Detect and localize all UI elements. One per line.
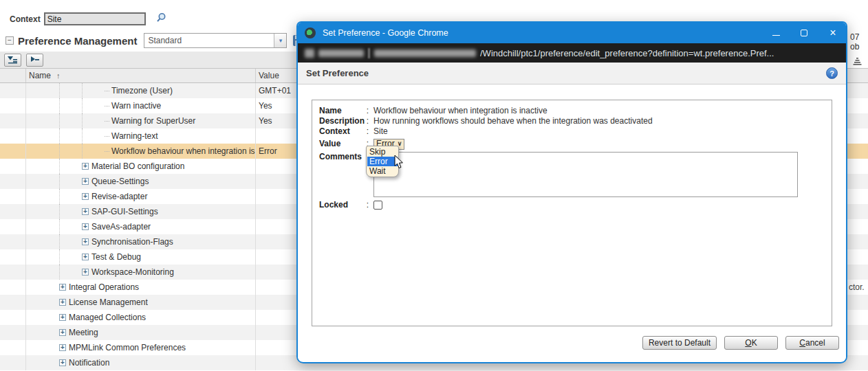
context-value: Site bbox=[373, 126, 388, 137]
expand-icon[interactable]: + bbox=[59, 299, 66, 306]
comments-label: Comments bbox=[319, 152, 362, 162]
windchill-favicon bbox=[305, 27, 316, 38]
row-label: MPMLink Common Preferences bbox=[69, 343, 186, 352]
tree-guide bbox=[59, 265, 82, 280]
row-label: Material BO configuration bbox=[91, 161, 184, 171]
row-selector-cell[interactable] bbox=[0, 234, 26, 249]
collapse-icon[interactable]: − bbox=[6, 36, 14, 45]
dropdown-option[interactable]: Error bbox=[367, 157, 398, 166]
expand-collapse-icon[interactable] bbox=[26, 54, 43, 67]
row-name-cell: Workflow behaviour when integration is i… bbox=[26, 144, 256, 159]
row-selector-cell[interactable] bbox=[0, 204, 26, 219]
header-name-column[interactable]: Name ↑ bbox=[26, 69, 256, 82]
description-value: How running workflows should behave when… bbox=[373, 116, 653, 126]
tree-guide bbox=[82, 98, 105, 113]
sort-stack-icon[interactable] bbox=[853, 57, 862, 67]
dropdown-option[interactable]: Wait bbox=[367, 166, 398, 176]
row-selector-cell[interactable] bbox=[0, 355, 26, 370]
comments-textarea[interactable] bbox=[373, 152, 798, 197]
url-divider bbox=[368, 48, 370, 58]
expand-icon[interactable]: + bbox=[82, 254, 89, 260]
minimize-button[interactable] bbox=[772, 30, 780, 36]
header-name-label: Name bbox=[29, 71, 51, 80]
tree-guide bbox=[59, 83, 82, 98]
tree-guide bbox=[59, 144, 82, 159]
view-select-value: Standard bbox=[144, 36, 182, 45]
row-selector-cell[interactable] bbox=[0, 310, 26, 325]
expand-icon[interactable]: + bbox=[82, 223, 89, 230]
row-name-cell: +Material BO configuration bbox=[26, 159, 256, 174]
site-info-icon[interactable] bbox=[305, 49, 314, 58]
truncated-cell-fragment: ctor. bbox=[849, 282, 865, 292]
preference-form: Name : Workflow behaviour when integrati… bbox=[312, 100, 832, 326]
ok-button[interactable]: OK bbox=[724, 336, 778, 350]
url-redacted-segment bbox=[374, 49, 476, 57]
locked-label: Locked bbox=[319, 200, 362, 210]
window-titlebar[interactable]: Set Preference - Google Chrome × bbox=[298, 23, 846, 43]
row-label: Warn inactive bbox=[105, 101, 161, 111]
mouse-cursor bbox=[394, 155, 404, 171]
row-name-cell: +License Management bbox=[26, 295, 256, 310]
row-selector-cell[interactable] bbox=[0, 189, 26, 204]
context-input[interactable] bbox=[44, 12, 146, 25]
row-label: Meeting bbox=[69, 328, 98, 337]
help-icon[interactable]: ? bbox=[826, 67, 838, 79]
row-selector-cell[interactable] bbox=[0, 295, 26, 310]
row-selector-cell[interactable] bbox=[0, 219, 26, 234]
objects-count-fragment: 07 ob bbox=[850, 32, 868, 52]
name-value: Workflow behaviour when integration is i… bbox=[373, 106, 547, 116]
row-selector-cell[interactable] bbox=[0, 98, 26, 113]
filter-view-icon[interactable] bbox=[4, 54, 21, 67]
url-bar[interactable]: /Windchill/ptc1/preference/edit_preferen… bbox=[298, 43, 846, 63]
row-selector-cell[interactable] bbox=[0, 325, 26, 340]
form-row-description: Description : How running workflows shou… bbox=[319, 116, 825, 126]
cancel-button[interactable]: Cancel bbox=[785, 336, 839, 350]
expand-icon[interactable]: + bbox=[82, 178, 89, 185]
dropdown-option[interactable]: Skip bbox=[367, 147, 398, 157]
expand-icon[interactable]: + bbox=[59, 314, 66, 321]
header-selector-column bbox=[0, 69, 26, 82]
row-label: Timezone (User) bbox=[105, 86, 173, 95]
expand-icon[interactable]: + bbox=[59, 344, 66, 351]
expand-icon[interactable]: + bbox=[82, 269, 89, 276]
tree-guide bbox=[59, 189, 82, 204]
sort-ascending-icon[interactable]: ↑ bbox=[56, 71, 61, 80]
colon: : bbox=[362, 126, 373, 137]
search-icon[interactable] bbox=[155, 12, 166, 25]
revert-to-default-button[interactable]: Revert to Default bbox=[642, 336, 717, 350]
row-selector-cell[interactable] bbox=[0, 144, 26, 159]
locked-checkbox[interactable] bbox=[373, 201, 382, 210]
expand-icon[interactable]: + bbox=[82, 163, 89, 170]
maximize-button[interactable] bbox=[801, 30, 807, 36]
row-selector-cell[interactable] bbox=[0, 113, 26, 128]
url-redacted-segment bbox=[318, 49, 364, 57]
row-name-cell: +Test & Debug bbox=[26, 249, 256, 265]
context-bar: Context bbox=[10, 12, 166, 25]
row-selector-cell[interactable] bbox=[0, 265, 26, 280]
row-name-cell: Timezone (User) bbox=[26, 83, 256, 98]
close-button[interactable]: × bbox=[828, 28, 838, 38]
row-selector-cell[interactable] bbox=[0, 174, 26, 189]
row-selector-cell[interactable] bbox=[0, 340, 26, 355]
row-selector-cell[interactable] bbox=[0, 280, 26, 295]
view-select[interactable]: Standard ▾ bbox=[144, 33, 287, 48]
expand-icon[interactable]: + bbox=[82, 208, 89, 215]
row-selector-cell[interactable] bbox=[0, 249, 26, 265]
expand-icon[interactable]: + bbox=[59, 329, 66, 336]
chevron-down-icon[interactable]: ▾ bbox=[274, 34, 286, 47]
expand-icon[interactable]: + bbox=[82, 238, 89, 245]
form-row-locked: Locked : bbox=[319, 200, 825, 210]
form-row-name: Name : Workflow behaviour when integrati… bbox=[319, 106, 825, 116]
expand-icon[interactable]: + bbox=[59, 284, 66, 291]
row-label: Notification bbox=[69, 358, 109, 368]
row-name-cell: Warn inactive bbox=[26, 98, 256, 113]
row-label: License Management bbox=[69, 297, 148, 307]
colon: : bbox=[362, 200, 373, 210]
row-selector-cell[interactable] bbox=[0, 128, 26, 144]
row-selector-cell[interactable] bbox=[0, 83, 26, 98]
expand-icon[interactable]: + bbox=[82, 193, 89, 200]
name-label: Name bbox=[319, 106, 362, 116]
row-name-cell: +Integral Operations bbox=[26, 280, 256, 295]
row-selector-cell[interactable] bbox=[0, 159, 26, 174]
expand-icon[interactable]: + bbox=[59, 359, 66, 366]
